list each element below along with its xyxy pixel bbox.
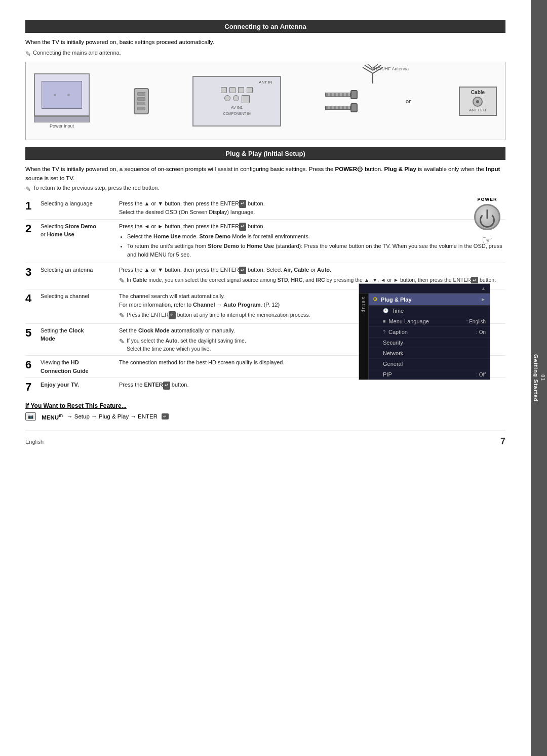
section2-note: ✎ To return to the previous step, press … xyxy=(25,185,505,193)
side-tab-text: Getting Started xyxy=(533,354,539,402)
step-3-num: 3 xyxy=(25,266,41,278)
step-2-desc: Press the ◄ or ► button, then press the … xyxy=(119,222,505,261)
tv-stand xyxy=(34,116,90,122)
antenna-symbol xyxy=(362,64,384,85)
setup-vertical-label: Setup xyxy=(359,293,369,380)
menu-label: MENUm xyxy=(40,413,63,421)
step-4-num: 4 xyxy=(25,292,41,304)
conn-end-2 xyxy=(350,103,358,112)
reset-instruction: 📷 MENUm → Setup → Plug & Play → ENTER ↵ xyxy=(25,412,505,421)
port-1 xyxy=(221,87,227,93)
setup-language-row[interactable]: ■ Menu Language : English xyxy=(369,316,490,327)
port-row-2 xyxy=(224,95,250,103)
port-c1 xyxy=(224,95,230,101)
pencil-icon-3: ✎ xyxy=(119,276,125,286)
coax-1 xyxy=(325,93,350,97)
enter-symbol-3: ↵ xyxy=(239,267,246,275)
menu-superscript: m xyxy=(59,413,63,418)
caption-label: Caption xyxy=(388,329,476,335)
step-7-num: 7 xyxy=(25,381,41,393)
plug-play-label: Plug & Play xyxy=(381,297,481,303)
cable-label: Cable xyxy=(471,90,485,95)
ant-out-label: ANT OUT xyxy=(469,108,487,112)
step-2-row: 2 Selecting Store Demoor Home Use Press … xyxy=(25,220,505,264)
coax-2 xyxy=(325,106,350,110)
setup-menu-top-bar: ▲ xyxy=(359,284,490,293)
setup-menu-items: ⚙ Plug & Play ► 🕐 Time ■ Menu Languag xyxy=(369,293,490,380)
conn-top xyxy=(325,90,358,99)
remote-btn-3 xyxy=(137,102,145,105)
section1-intro: When the TV is initially powered on, bas… xyxy=(25,38,505,47)
cable-box: Cable ANT OUT xyxy=(459,87,497,116)
main-content: Connecting to an Antenna When the TV is … xyxy=(0,0,531,756)
caption-icon: ? xyxy=(383,329,385,334)
arrow-setup: → Setup → Plug & Play → ENTER xyxy=(67,413,158,419)
port-row-1 xyxy=(221,87,253,93)
step-1-num: 1 xyxy=(25,199,41,212)
step-3-title: Selecting an antenna xyxy=(41,266,119,274)
time-label: Time xyxy=(392,308,486,314)
network-label: Network xyxy=(383,350,486,356)
setup-time-row[interactable]: 🕐 Time xyxy=(369,306,490,316)
step-2-bullet-2: To return the unit's settings from Store… xyxy=(127,242,505,259)
pencil-icon-4: ✎ xyxy=(119,311,125,321)
port-sq-lg xyxy=(242,95,250,103)
step-5-num: 5 xyxy=(25,326,41,339)
cable-circle xyxy=(473,97,483,107)
enter-symbol-2: ↵ xyxy=(239,223,246,231)
lang-label: Menu Language xyxy=(388,318,466,324)
section1-header: Connecting to an Antenna xyxy=(25,20,505,33)
step-1-desc: Press the ▲ or ▼ button, then press the … xyxy=(119,199,505,217)
pencil-icon-5: ✎ xyxy=(119,337,125,347)
conn-end-1 xyxy=(350,90,358,99)
side-tab-inner: 01 Getting Started xyxy=(533,354,545,402)
tv-screen xyxy=(42,81,82,109)
setup-security-row[interactable]: Security xyxy=(369,338,490,348)
remote-btn-4 xyxy=(137,107,145,110)
port-grid: AV IN1 COMPONENT IN xyxy=(221,87,253,115)
cable-dot xyxy=(476,100,479,103)
section2-header: Plug & Play (Initial Setup) xyxy=(25,147,505,160)
section1-note: ✎ Connecting the mains and antenna. xyxy=(25,50,505,58)
port-c2 xyxy=(233,95,239,101)
remote-btn-2 xyxy=(137,97,145,101)
svg-line-1 xyxy=(363,67,373,73)
footer-language: English xyxy=(25,439,44,445)
step-7-row: 7 Enjoy your TV. Press the ENTER↵ button… xyxy=(25,378,505,395)
general-label: General xyxy=(383,361,486,367)
pip-label: PIP xyxy=(383,371,476,377)
setup-pip-row[interactable]: PIP : Off xyxy=(369,369,490,380)
enter-symbol-reset: ↵ xyxy=(162,413,169,419)
gear-icon: ⚙ xyxy=(373,296,378,303)
pencil-icon: ✎ xyxy=(25,50,31,58)
port-2 xyxy=(229,87,236,93)
connectors xyxy=(325,90,358,112)
ant-in-label: ANT IN xyxy=(259,80,272,85)
setup-plug-play-row[interactable]: ⚙ Plug & Play ► xyxy=(369,293,490,306)
setup-network-row[interactable]: Network xyxy=(369,348,490,359)
step-7-desc: Press the ENTER↵ button. xyxy=(119,381,505,389)
lang-icon: ■ xyxy=(383,319,385,324)
clock-icon: 🕐 xyxy=(383,308,388,313)
conn-bottom xyxy=(325,103,358,112)
step-4-title: Selecting a channel xyxy=(41,292,119,301)
step-6-num: 6 xyxy=(25,358,41,370)
page-footer: English 7 xyxy=(25,431,505,447)
setup-caption-row[interactable]: ? Caption : On xyxy=(369,327,490,338)
step-2-title: Selecting Store Demoor Home Use xyxy=(41,222,119,239)
pencil-icon-2: ✎ xyxy=(25,185,31,193)
av-label: AV IN1 xyxy=(231,105,243,110)
step-2-bullet-1: Select the Home Use mode. Store Demo Mod… xyxy=(127,232,505,241)
setup-menu: ▲ Setup ⚙ Plug & Play ► xyxy=(359,283,490,380)
setup-general-row[interactable]: General xyxy=(369,359,490,369)
enter-symbol-4: ↵ xyxy=(169,311,176,319)
tv-dot-right xyxy=(67,94,70,96)
reset-section: If You Want to Reset This Feature... 📷 M… xyxy=(25,402,505,421)
caption-value: : On xyxy=(476,329,486,335)
antenna-diagram: VHF/UHF Antenna xyxy=(25,62,505,140)
tv-dot-left xyxy=(54,94,56,96)
remote-unit xyxy=(134,88,149,114)
pip-value: : Off xyxy=(476,372,486,377)
port-4 xyxy=(247,87,253,93)
tv-unit: Power Input xyxy=(34,73,90,129)
